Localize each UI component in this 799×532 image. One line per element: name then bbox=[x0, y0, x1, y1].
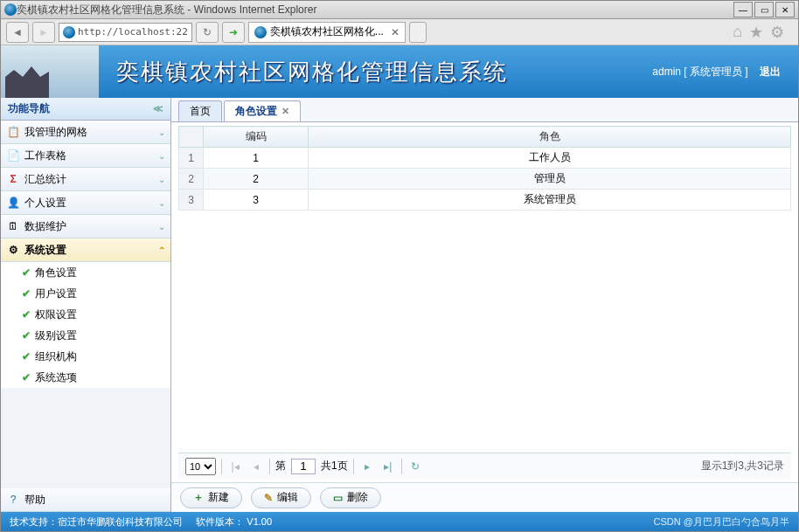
sidebar-item-personal[interactable]: 👤 个人设置 ⌄ bbox=[1, 191, 170, 215]
sidebar-header: 功能导航 ≪ bbox=[1, 98, 170, 121]
tab-close-icon[interactable]: ✕ bbox=[391, 26, 400, 38]
current-user: admin bbox=[652, 66, 681, 78]
table-row[interactable]: 3 3 系统管理员 bbox=[179, 190, 791, 211]
delete-button[interactable]: ▭ 删除 bbox=[320, 487, 381, 508]
plus-icon: ＋ bbox=[193, 490, 204, 505]
minus-icon: ▭ bbox=[333, 492, 343, 504]
sidebar-item-label: 工作表格 bbox=[24, 149, 66, 163]
footer-version: V1.00 bbox=[247, 516, 272, 527]
check-icon: ✔ bbox=[22, 350, 31, 363]
sheet-icon: 📄 bbox=[6, 149, 20, 162]
first-page-button[interactable]: |◂ bbox=[227, 459, 243, 474]
sidebar-item-system[interactable]: ⚙ 系统设置 ⌃ bbox=[1, 238, 170, 262]
expand-icon: ⌄ bbox=[158, 128, 165, 137]
ie-logo-icon bbox=[4, 3, 17, 16]
current-role: [ 系统管理员 ] bbox=[684, 66, 747, 78]
check-icon: ✔ bbox=[22, 308, 31, 321]
submenu-label: 级别设置 bbox=[35, 328, 77, 343]
sidebar-item-worksheets[interactable]: 📄 工作表格 ⌄ bbox=[1, 144, 170, 168]
table-row[interactable]: 2 2 管理员 bbox=[179, 169, 791, 190]
settings-gear-icon[interactable]: ⚙ bbox=[770, 23, 784, 42]
expand-icon: ⌄ bbox=[158, 175, 165, 184]
home-icon[interactable]: ⌂ bbox=[733, 23, 742, 42]
role-table: 编码 角色 1 1 工作人员 2 2 管理员 bbox=[178, 126, 791, 211]
sidebar: 功能导航 ≪ 📋 我管理的网格 ⌄ 📄 工作表格 ⌄ Σ 汇总统计 ⌄ 👤 个人… bbox=[1, 98, 171, 512]
sidebar-item-label: 系统设置 bbox=[24, 243, 66, 258]
banner-image bbox=[1, 45, 99, 98]
tab-label: 角色设置 bbox=[235, 104, 277, 119]
submenu-perm[interactable]: ✔权限设置 bbox=[1, 304, 170, 325]
pager-summary: 显示1到3,共3记录 bbox=[701, 459, 784, 473]
refresh-grid-button[interactable]: ↻ bbox=[407, 459, 423, 474]
footer-version-label: 软件版本： bbox=[196, 516, 244, 527]
banner-userinfo: admin [ 系统管理员 ] 退出 bbox=[652, 65, 798, 79]
tab-close-icon[interactable]: ✕ bbox=[281, 106, 289, 117]
pencil-icon: ✎ bbox=[264, 492, 273, 504]
tab-label: 奕棋镇农村社区网格化... bbox=[270, 24, 384, 39]
back-button[interactable]: ◄ bbox=[6, 22, 29, 43]
cell-code: 3 bbox=[204, 190, 309, 211]
submenu-options[interactable]: ✔系统选项 bbox=[1, 367, 170, 388]
prev-page-button[interactable]: ◂ bbox=[248, 459, 264, 474]
refresh-button[interactable]: ↻ bbox=[196, 22, 219, 43]
tab-home[interactable]: 首页 bbox=[178, 100, 222, 121]
logout-link[interactable]: 退出 bbox=[760, 66, 781, 78]
submenu-role[interactable]: ✔角色设置 bbox=[1, 262, 170, 283]
minimize-button[interactable]: — bbox=[733, 2, 753, 17]
window-titlebar: 奕棋镇农村社区网格化管理信息系统 - Windows Internet Expl… bbox=[1, 1, 798, 19]
cell-code: 2 bbox=[204, 169, 309, 190]
tab-label: 首页 bbox=[190, 104, 211, 119]
page-input[interactable] bbox=[291, 459, 316, 474]
check-icon: ✔ bbox=[22, 287, 31, 300]
submenu-label: 权限设置 bbox=[35, 307, 77, 322]
url-field[interactable]: http://localhost:22 bbox=[59, 23, 192, 42]
address-bar: ◄ ► http://localhost:22 ↻ ➜ 奕棋镇农村社区网格化..… bbox=[1, 19, 798, 45]
sidebar-item-my-grids[interactable]: 📋 我管理的网格 ⌄ bbox=[1, 121, 170, 144]
last-page-button[interactable]: ▸| bbox=[380, 459, 396, 474]
app-footer: 技术支持：宿迁市华鹏联创科技有限公司 软件版本： V1.00 CSDN @月巴月… bbox=[1, 512, 798, 531]
forward-button[interactable]: ► bbox=[32, 22, 55, 43]
table-row[interactable]: 1 1 工作人员 bbox=[179, 148, 791, 169]
collapse-up-icon: ⌃ bbox=[158, 245, 165, 255]
window-title: 奕棋镇农村社区网格化管理信息系统 - Windows Internet Expl… bbox=[17, 3, 316, 17]
action-toolbar: ＋ 新建 ✎ 编辑 ▭ 删除 bbox=[171, 482, 798, 512]
pagesize-select[interactable]: 10 bbox=[185, 458, 216, 475]
favorites-icon[interactable]: ★ bbox=[749, 23, 763, 42]
submenu-user[interactable]: ✔用户设置 bbox=[1, 283, 170, 304]
app-window: 奕棋镇农村社区网格化管理信息系统 - Windows Internet Expl… bbox=[0, 0, 799, 532]
app-banner: 奕棋镇农村社区网格化管理信息系统 admin [ 系统管理员 ] 退出 bbox=[1, 45, 798, 98]
submenu-label: 用户设置 bbox=[35, 287, 77, 301]
browser-tab[interactable]: 奕棋镇农村社区网格化... ✕ bbox=[248, 22, 406, 43]
go-button[interactable]: ➜ bbox=[222, 22, 245, 43]
button-label: 编辑 bbox=[277, 490, 298, 505]
row-num: 2 bbox=[179, 169, 204, 190]
check-icon: ✔ bbox=[22, 329, 31, 342]
col-role[interactable]: 角色 bbox=[309, 127, 791, 148]
sidebar-item-label: 汇总统计 bbox=[24, 172, 66, 187]
submenu-org[interactable]: ✔组织机构 bbox=[1, 346, 170, 367]
close-button[interactable]: ✕ bbox=[775, 2, 795, 17]
check-icon: ✔ bbox=[22, 266, 31, 279]
cell-role: 管理员 bbox=[309, 169, 791, 190]
sigma-icon: Σ bbox=[6, 172, 20, 186]
maximize-button[interactable]: ▭ bbox=[754, 2, 774, 17]
collapse-icon[interactable]: ≪ bbox=[153, 103, 163, 114]
help-icon: ? bbox=[6, 493, 20, 507]
gear-icon: ⚙ bbox=[6, 243, 20, 257]
sidebar-item-data[interactable]: 🗓 数据维护 ⌄ bbox=[1, 215, 170, 238]
expand-icon: ⌄ bbox=[158, 151, 165, 161]
footer-support: 技术支持：宿迁市华鹏联创科技有限公司 bbox=[10, 516, 183, 527]
button-label: 删除 bbox=[347, 490, 368, 505]
tab-role-settings[interactable]: 角色设置 ✕ bbox=[224, 100, 301, 121]
col-code[interactable]: 编码 bbox=[204, 127, 309, 148]
sidebar-item-label: 帮助 bbox=[24, 493, 45, 508]
new-tab-button[interactable] bbox=[409, 22, 427, 43]
next-page-button[interactable]: ▸ bbox=[359, 459, 375, 474]
page-label-pre: 第 bbox=[275, 459, 286, 473]
sidebar-item-help[interactable]: ? 帮助 bbox=[1, 488, 170, 512]
new-button[interactable]: ＋ 新建 bbox=[180, 487, 242, 508]
submenu-label: 角色设置 bbox=[35, 266, 77, 280]
sidebar-item-stats[interactable]: Σ 汇总统计 ⌄ bbox=[1, 168, 170, 191]
submenu-level[interactable]: ✔级别设置 bbox=[1, 325, 170, 346]
edit-button[interactable]: ✎ 编辑 bbox=[251, 487, 311, 508]
